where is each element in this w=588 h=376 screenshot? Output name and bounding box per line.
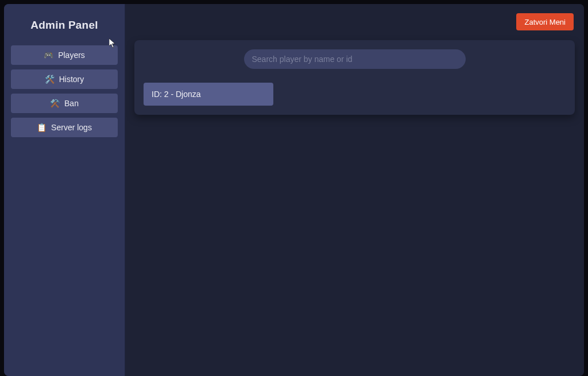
sidebar-item-label: Ban — [64, 99, 79, 108]
player-card-label: ID: 2 - Djonza — [152, 90, 201, 99]
sidebar: Admin Panel 🎮 Players 🛠️ History ⚒️ Ban … — [4, 4, 125, 376]
sidebar-item-label: History — [59, 75, 84, 84]
gamepad-icon: 🎮 — [44, 51, 53, 59]
hammer-icon: ⚒️ — [50, 99, 60, 107]
players-panel: ID: 2 - Djonza — [134, 40, 575, 115]
search-row — [144, 49, 566, 69]
sidebar-item-ban[interactable]: ⚒️ Ban — [11, 94, 118, 113]
sidebar-item-history[interactable]: 🛠️ History — [11, 69, 118, 89]
sidebar-item-server-logs[interactable]: 📋 Server logs — [11, 118, 118, 137]
admin-window: Admin Panel 🎮 Players 🛠️ History ⚒️ Ban … — [4, 4, 584, 376]
search-input[interactable] — [244, 49, 466, 69]
close-menu-button[interactable]: Zatvori Meni — [516, 13, 574, 30]
player-card[interactable]: ID: 2 - Djonza — [144, 83, 273, 106]
sidebar-item-label: Players — [58, 51, 85, 60]
player-results: ID: 2 - Djonza — [144, 83, 566, 106]
clipboard-icon: 📋 — [37, 123, 47, 131]
tools-icon: 🛠️ — [45, 75, 55, 83]
sidebar-item-players[interactable]: 🎮 Players — [11, 45, 118, 65]
sidebar-item-label: Server logs — [51, 123, 92, 132]
sidebar-title: Admin Panel — [11, 19, 118, 32]
main-content: Zatvori Meni ID: 2 - Djonza — [125, 4, 584, 376]
